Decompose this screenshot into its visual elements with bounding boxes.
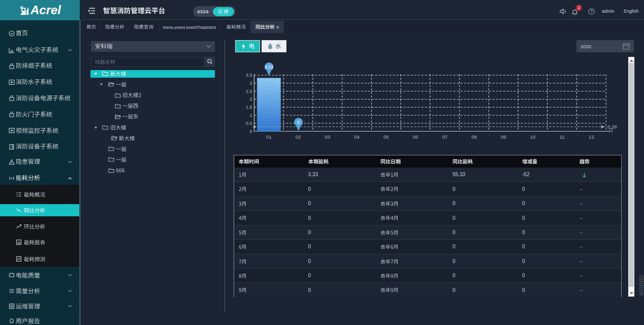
- svg-text:3.33: 3.33: [265, 64, 273, 69]
- svg-text:0: 0: [297, 119, 300, 124]
